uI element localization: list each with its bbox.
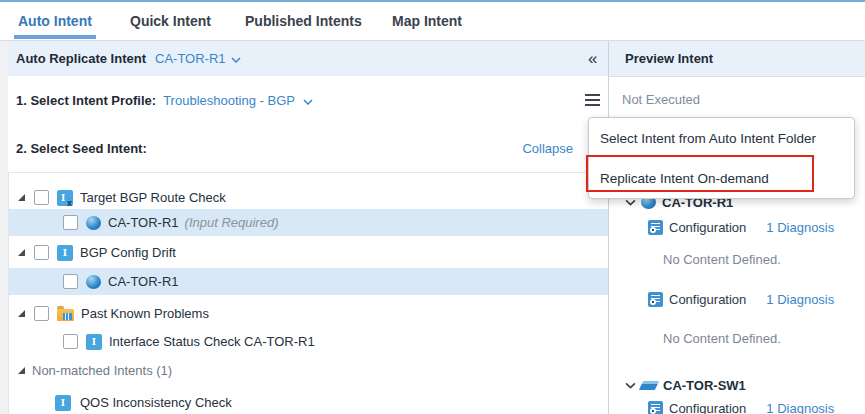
intent-icon — [57, 245, 73, 261]
checkbox[interactable] — [34, 306, 49, 321]
collapse-tree-link[interactable]: Collapse — [522, 141, 573, 156]
no-content-text: No Content Defined. — [663, 331, 781, 346]
tree-row-past-known-problems[interactable]: Past Known Problems — [8, 300, 608, 327]
preview-entry-row: Configuration 1 Diagnosis — [609, 397, 865, 414]
intent-icon — [55, 395, 71, 411]
config-icon — [648, 220, 663, 235]
device-name: CA-TOR-SW1 — [663, 378, 746, 393]
chevron-down-icon — [231, 57, 241, 63]
tree-row-target-bgp-route-check[interactable]: Target BGP Route Check — [8, 184, 608, 211]
switch-icon — [639, 381, 659, 390]
config-icon — [648, 401, 663, 414]
chevron-down-icon[interactable] — [625, 382, 636, 389]
tree-item-label: BGP Config Drift — [80, 245, 176, 260]
preview-content-row: No Content Defined. — [609, 327, 865, 349]
chevron-down-icon — [303, 99, 313, 105]
checkbox[interactable] — [63, 274, 78, 289]
expander-icon[interactable] — [18, 367, 25, 374]
tree-item-label: CA-TOR-R1 — [108, 274, 179, 289]
intent-profile-row: 1. Select Intent Profile: Troubleshootin… — [8, 76, 608, 125]
diagnosis-link[interactable]: 1 Diagnosis — [766, 220, 834, 235]
expander-icon[interactable] — [18, 310, 25, 317]
left-panel-header: Auto Replicate Intent CA-TOR-R1 « — [8, 41, 608, 77]
section-label: Non-matched Intents (1) — [32, 363, 172, 378]
annotation-highlight-box — [586, 155, 814, 192]
intent-profile-label: 1. Select Intent Profile: — [16, 93, 156, 108]
router-icon — [86, 216, 101, 230]
intent-profile-dropdown[interactable]: Troubleshooting - BGP — [163, 93, 313, 108]
router-icon — [86, 275, 101, 289]
checkbox[interactable] — [63, 334, 78, 349]
menu-item-select-intent-from-folder[interactable]: Select Intent from Auto Intent Folder — [589, 118, 854, 158]
tab-map-intent[interactable]: Map Intent — [392, 2, 462, 40]
tree-section-non-matched: Non-matched Intents (1) — [8, 357, 608, 384]
chevron-down-icon[interactable] — [625, 199, 636, 206]
device-selector[interactable]: CA-TOR-R1 — [155, 51, 241, 66]
seed-intent-row: 2. Select Seed Intent: Collapse — [8, 124, 608, 173]
tab-quick-intent[interactable]: Quick Intent — [130, 2, 211, 40]
expander-icon[interactable] — [18, 194, 25, 201]
tree-row-interface-status-check[interactable]: Interface Status Check CA-TOR-R1 — [8, 328, 608, 355]
tree-item-label: Past Known Problems — [81, 306, 209, 321]
execution-status: Not Executed — [622, 92, 700, 107]
config-icon — [648, 292, 663, 307]
panel-title: Auto Replicate Intent — [16, 51, 146, 66]
diagnosis-link[interactable]: 1 Diagnosis — [766, 292, 834, 307]
checkbox[interactable] — [34, 245, 49, 260]
configuration-link[interactable]: Configuration — [669, 401, 746, 414]
device-selector-value: CA-TOR-R1 — [155, 51, 226, 66]
intent-x-icon — [57, 190, 73, 206]
diagnosis-link[interactable]: 1 Diagnosis — [766, 401, 834, 414]
seed-intent-label: 2. Select Seed Intent: — [16, 141, 147, 156]
menu-hamburger-icon[interactable] — [585, 94, 600, 106]
app-window: Auto Intent Quick Intent Published Inten… — [0, 0, 865, 414]
tree-row-ca-tor-r1-2[interactable]: CA-TOR-R1 — [8, 268, 608, 295]
tree-item-label: QOS Inconsistency Check — [80, 395, 232, 410]
preview-entry-row: Configuration 1 Diagnosis — [609, 216, 865, 238]
tree-row-bgp-config-drift[interactable]: BGP Config Drift — [8, 239, 608, 266]
tree-item-label: CA-TOR-R1 — [108, 215, 179, 230]
collapse-panel-icon[interactable]: « — [588, 41, 597, 76]
tree-row-ca-tor-r1[interactable]: CA-TOR-R1 (Input Required) — [8, 209, 608, 236]
checkbox[interactable] — [34, 190, 49, 205]
tree-item-label: Interface Status Check CA-TOR-R1 — [109, 334, 315, 349]
preview-device-row[interactable]: CA-TOR-SW1 — [609, 374, 865, 396]
tab-bar: Auto Intent Quick Intent Published Inten… — [0, 2, 865, 41]
tree-row-qos-inconsistency-check[interactable]: QOS Inconsistency Check — [8, 389, 608, 414]
preview-panel-title: Preview Intent — [625, 51, 713, 66]
no-content-text: No Content Defined. — [663, 252, 781, 267]
checkbox[interactable] — [63, 215, 78, 230]
preview-entry-row: Configuration 1 Diagnosis — [609, 288, 865, 310]
preview-content-row: No Content Defined. — [609, 248, 865, 270]
folder-intent-icon — [57, 309, 74, 321]
tab-published-intents[interactable]: Published Intents — [245, 2, 362, 40]
intent-icon — [86, 334, 102, 350]
configuration-link[interactable]: Configuration — [669, 292, 746, 307]
preview-panel-header: Preview Intent — [609, 41, 865, 77]
configuration-link[interactable]: Configuration — [669, 220, 746, 235]
input-required-note: (Input Required) — [185, 215, 279, 230]
expander-icon[interactable] — [18, 249, 25, 256]
intent-profile-value: Troubleshooting - BGP — [163, 93, 295, 108]
active-tab-underline — [14, 35, 96, 39]
tree-item-label: Target BGP Route Check — [80, 190, 226, 205]
